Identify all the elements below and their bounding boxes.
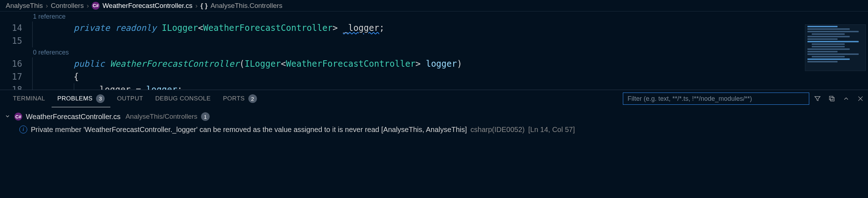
filter-icon[interactable] xyxy=(814,95,821,103)
line-number: 14 xyxy=(0,22,22,34)
code-editor[interactable]: 14 15 16 17 18 19 20 1 reference private… xyxy=(0,11,868,90)
chevron-right-icon: › xyxy=(195,2,197,10)
tab-output[interactable]: OUTPUT xyxy=(111,90,149,107)
tab-label: PROBLEMS xyxy=(57,95,92,102)
code-line[interactable] xyxy=(32,34,868,47)
problems-filter-input[interactable] xyxy=(623,93,809,105)
code-line[interactable]: public WeatherForecastController(ILogger… xyxy=(32,57,868,70)
tab-problems[interactable]: PROBLEMS 3 xyxy=(52,90,110,107)
code-line[interactable]: private readonly ILogger<WeatherForecast… xyxy=(32,22,868,34)
problems-file-row[interactable]: C# WeatherForecastController.cs AnalyseT… xyxy=(4,110,864,123)
problem-file-path: AnalyseThis/Controllers xyxy=(125,113,197,121)
line-number-gutter: 14 15 16 17 18 19 20 xyxy=(0,11,32,90)
chevron-right-icon: › xyxy=(87,2,89,10)
problem-message: Private member 'WeatherForecastControlle… xyxy=(31,126,467,134)
chevron-down-icon[interactable] xyxy=(4,113,11,121)
line-number: 16 xyxy=(0,57,22,70)
code-content[interactable]: 1 reference private readonly ILogger<Wea… xyxy=(32,11,868,90)
chevron-right-icon: › xyxy=(46,2,48,10)
breadcrumb-item[interactable]: Controllers xyxy=(51,2,84,10)
problem-file-name: WeatherForecastController.cs xyxy=(26,113,120,121)
file-problem-count-badge: 1 xyxy=(201,112,210,121)
bottom-panel: TERMINAL PROBLEMS 3 OUTPUT DEBUG CONSOLE… xyxy=(0,90,868,198)
tab-label: PORTS xyxy=(223,95,245,102)
minimap[interactable] xyxy=(805,24,866,71)
problems-list: C# WeatherForecastController.cs AnalyseT… xyxy=(0,107,868,139)
breadcrumb-item[interactable]: AnalyseThis.Controllers xyxy=(210,2,282,10)
breadcrumb: AnalyseThis › Controllers › C# WeatherFo… xyxy=(0,0,868,11)
codelens-reference[interactable]: 0 references xyxy=(32,47,868,57)
close-icon[interactable] xyxy=(857,95,864,103)
panel-tabs: TERMINAL PROBLEMS 3 OUTPUT DEBUG CONSOLE… xyxy=(0,90,868,107)
breadcrumb-item[interactable]: WeatherForecastController.cs xyxy=(102,2,192,10)
chevron-up-icon[interactable] xyxy=(842,95,850,103)
namespace-icon: { } xyxy=(200,2,208,10)
problem-source: csharp(IDE0052) xyxy=(471,126,525,134)
csharp-file-icon: C# xyxy=(14,113,22,121)
codelens-reference[interactable]: 1 reference xyxy=(32,11,868,22)
ports-count-badge: 2 xyxy=(248,94,257,103)
tab-ports[interactable]: PORTS 2 xyxy=(217,90,263,107)
svg-rect-0 xyxy=(829,96,833,100)
line-number: 17 xyxy=(0,70,22,83)
tab-debug-console[interactable]: DEBUG CONSOLE xyxy=(149,90,216,107)
code-line[interactable]: _logger = logger; xyxy=(32,83,868,90)
breadcrumb-item[interactable]: AnalyseThis xyxy=(6,2,43,10)
problem-position: [Ln 14, Col 57] xyxy=(528,126,575,134)
csharp-file-icon: C# xyxy=(92,2,100,10)
collapse-all-icon[interactable] xyxy=(828,95,836,103)
info-icon: i xyxy=(19,126,27,133)
svg-rect-1 xyxy=(831,98,834,101)
tab-terminal[interactable]: TERMINAL xyxy=(7,90,51,107)
code-line[interactable]: { xyxy=(32,70,868,83)
line-number: 18 xyxy=(0,83,22,90)
problem-item[interactable]: i Private member 'WeatherForecastControl… xyxy=(4,123,864,136)
line-number: 15 xyxy=(0,34,22,47)
problems-count-badge: 3 xyxy=(96,94,105,103)
